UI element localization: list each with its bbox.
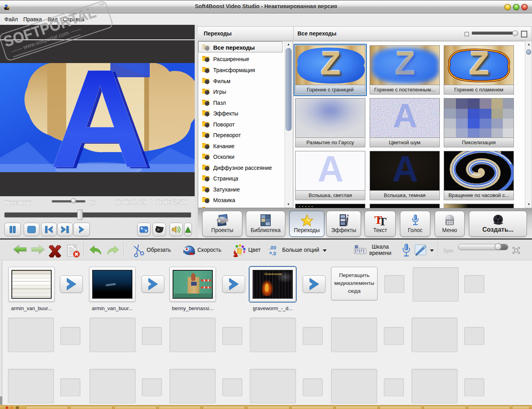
svg-text:.00: .00 [269,245,276,251]
svg-text:T: T [379,215,387,227]
svg-text:A: A [49,63,151,172]
svg-text:.0: .0 [272,251,276,257]
